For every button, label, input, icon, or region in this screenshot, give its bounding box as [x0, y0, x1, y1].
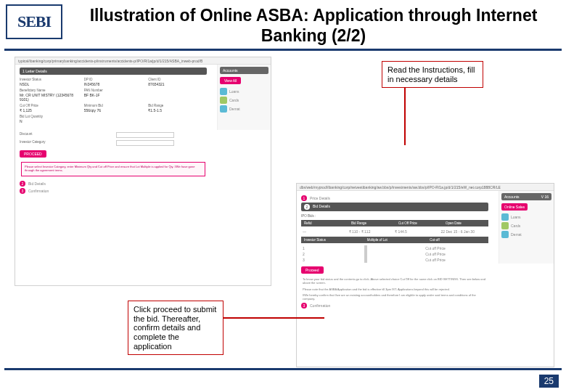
accounts-header: Accounts [220, 67, 268, 74]
bid-header-values: —₹ 110 - ₹ 112₹ 144.522 Dec 15 - 6 Jan 3… [301, 229, 488, 234]
step-3-icon: 3 [20, 188, 25, 194]
page-number: 25 [539, 375, 559, 388]
url-bar-right: dbs/web/myprod//ibanking/corp/netvestiba… [297, 184, 554, 191]
cards-icon [501, 222, 509, 229]
url-bar-left: typical/ibanking/corp/primarybanking/acc… [15, 57, 271, 65]
note-3: I/We hereby confirm that I/we are an exi… [303, 293, 487, 301]
price-input[interactable] [366, 257, 367, 263]
side-item[interactable]: Loans [220, 88, 268, 95]
step-bid-details[interactable]: 2Bid Details [20, 181, 207, 187]
logo-text: SEBI [17, 12, 51, 31]
category-select[interactable] [116, 140, 174, 146]
header-divider [4, 49, 562, 51]
side-item[interactable]: Demat [220, 105, 268, 113]
price-input[interactable] [366, 251, 367, 257]
step-2-icon: 2 [20, 181, 25, 187]
proceed-button-right[interactable]: Proceed [301, 266, 324, 274]
screenshot-right: dbs/web/myprod//ibanking/corp/netvestiba… [296, 183, 554, 367]
screenshot-left: typical/ibanking/corp/primarybanking/acc… [15, 57, 271, 286]
ipo-bids-label: IPO Bids : [301, 214, 488, 218]
bid-row: 2 Cut off Price [301, 251, 488, 257]
bid-row: 3 Cut off Price [301, 257, 488, 263]
loans-icon [501, 213, 509, 221]
price-input[interactable] [366, 245, 367, 251]
loans-icon [220, 88, 227, 95]
view-all-button[interactable]: View All [220, 77, 241, 84]
grid-header: Investor StatusMultiple of LotCut-off [301, 237, 488, 243]
note-2: Please note that the ASBA Application an… [303, 287, 487, 291]
tab-letter-details: 1 Letter Details [20, 68, 207, 75]
callout-click-proceed: Click proceed to submit the bid. Thereaf… [128, 301, 223, 355]
warning-box: Please select Investor Category, enter M… [21, 162, 205, 176]
step-confirmation-right[interactable]: 3Confirmation [301, 303, 488, 309]
side-item[interactable]: Demat [501, 231, 551, 238]
demat-icon [501, 231, 509, 238]
bid-header-row: RefidBid RangeCut Off PriceOpen Date [301, 220, 488, 226]
proceed-button-left[interactable]: PROCEED [20, 150, 46, 158]
footer-divider [4, 368, 562, 370]
discount-select[interactable] [116, 132, 174, 138]
demat-icon [220, 105, 227, 113]
note-1: To know your bid status and the contents… [303, 277, 487, 285]
side-item[interactable]: Cards [501, 222, 551, 229]
bid-row: 1 Cut off Price [301, 245, 488, 251]
tab-bid-details: 2Bid Details [301, 203, 488, 211]
step-confirmation[interactable]: 3Confirmation [20, 188, 207, 194]
tab-price-details[interactable]: 1Price Details [301, 195, 488, 201]
callout-read-instructions: Read the Instructions, fill in necessary… [382, 61, 483, 88]
accounts-header-right: AccountsV 16 [501, 193, 551, 200]
online-sales-button[interactable]: Online Sales [501, 203, 528, 211]
side-item[interactable]: Cards [220, 97, 268, 104]
sebi-logo: SEBI [6, 4, 62, 39]
side-item[interactable]: Loans [501, 213, 551, 221]
slide-title: Illustration of Online ASBA: Application… [67, 4, 560, 46]
cards-icon [220, 97, 227, 104]
